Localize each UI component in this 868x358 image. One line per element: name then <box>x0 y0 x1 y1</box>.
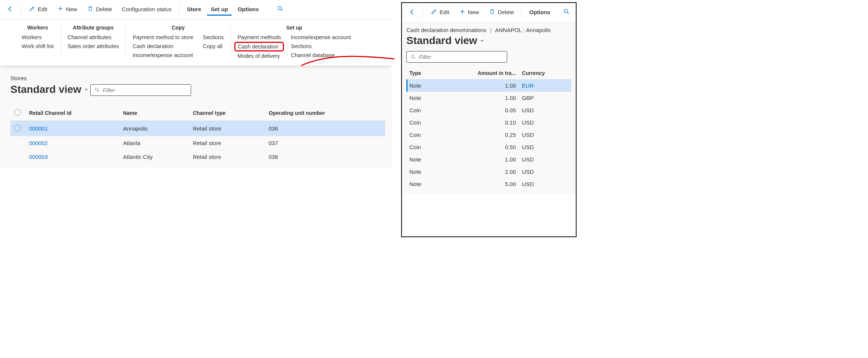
ribbon-link[interactable]: Payment method to store <box>133 34 193 40</box>
table-row[interactable]: 000003Atlantic CityRetail store038 <box>10 150 385 164</box>
table-row[interactable]: Note1.00EUR <box>406 79 571 92</box>
delete-button[interactable]: Delete <box>83 3 116 16</box>
filter-box-right[interactable] <box>406 51 507 63</box>
table-row[interactable]: 000002AtlantaRetail store037 <box>10 136 385 150</box>
back-button[interactable] <box>405 6 419 19</box>
table-row[interactable]: Coin0.50USD <box>406 141 571 153</box>
view-title-text: Standard view <box>10 84 81 95</box>
retail-channel-id-link[interactable]: 000001 <box>29 125 48 132</box>
col-operating-unit[interactable]: Operating unit number <box>265 105 385 121</box>
col-name[interactable]: Name <box>119 105 189 121</box>
edit-button[interactable]: Edit <box>427 6 453 19</box>
tab-store[interactable]: Store <box>183 4 205 16</box>
svg-point-0 <box>278 6 281 10</box>
edit-button[interactable]: Edit <box>25 3 51 16</box>
toolbar-separator <box>21 4 21 15</box>
view-title-text: Standard view <box>406 35 477 47</box>
col-currency[interactable]: Currency <box>519 67 571 79</box>
filter-input[interactable] <box>103 87 187 93</box>
cell-currency: USD <box>522 156 534 163</box>
search-icon <box>94 87 100 93</box>
cell-currency[interactable]: EUR <box>522 82 534 89</box>
ribbon-link[interactable]: Payment methods <box>237 34 281 40</box>
filter-box[interactable] <box>90 84 191 96</box>
table-row[interactable]: 000001AnnapolisRetail store036 <box>10 121 385 136</box>
ribbon-group-title: Copy <box>133 25 224 31</box>
cell-currency: USD <box>522 132 534 138</box>
row-select-radio[interactable] <box>14 125 21 131</box>
ribbon-link[interactable]: Sections <box>291 43 351 49</box>
search-button[interactable] <box>274 3 287 16</box>
stores-grid: Retail Channel Id Name Channel type Oper… <box>10 105 385 164</box>
ribbon-link[interactable]: Income/expense account <box>291 34 351 40</box>
tab-options[interactable]: Options <box>525 7 554 19</box>
ribbon-link[interactable]: Income/expense account <box>133 52 193 58</box>
cell-amount: 2.00 <box>438 166 519 178</box>
ribbon-link[interactable]: Sales order attributes <box>68 43 119 49</box>
ribbon-link[interactable]: Modes of delivery <box>237 53 281 59</box>
search-icon <box>410 54 416 60</box>
config-status-button[interactable]: Configuration status <box>118 4 175 16</box>
view-title-right[interactable]: Standard view <box>406 35 485 47</box>
svg-point-2 <box>564 9 568 13</box>
cell-type: Coin <box>406 129 438 141</box>
select-all-header[interactable] <box>10 105 25 121</box>
tab-setup[interactable]: Set up <box>207 4 232 16</box>
plus-icon <box>57 5 64 13</box>
ribbon-group-title: Attribute groups <box>68 25 119 31</box>
breadcrumb: Cash declaration denominations | ANNAPOL… <box>406 25 571 35</box>
cell-type: Coin <box>406 104 438 116</box>
col-retail-channel-id[interactable]: Retail Channel Id <box>25 105 119 121</box>
col-type[interactable]: Type <box>406 67 438 79</box>
new-button[interactable]: New <box>53 3 81 16</box>
search-button[interactable] <box>560 6 573 19</box>
cell-type: Retail store <box>189 121 265 136</box>
tab-options-label: Options <box>529 9 550 15</box>
cell-name: Atlantic City <box>119 150 189 164</box>
cell-unit: 036 <box>265 121 385 136</box>
toolbar-separator <box>423 7 423 18</box>
ribbon-link[interactable]: Channel attributes <box>68 34 119 40</box>
toolbar-separator <box>179 4 179 15</box>
cell-amount: 0.10 <box>438 116 519 129</box>
table-row[interactable]: Note5.00USD <box>406 178 571 190</box>
table-row[interactable]: Coin0.25USD <box>406 129 571 141</box>
tab-options-label: Options <box>238 6 259 12</box>
col-amount[interactable]: Amount in tra... <box>438 67 519 79</box>
cell-type: Coin <box>406 116 438 129</box>
new-button[interactable]: New <box>455 6 483 19</box>
ribbon-group: Set upPayment methodsCash declarationMod… <box>231 25 357 59</box>
stores-window: Edit New Delete Configuration status Sto… <box>0 0 392 216</box>
col-channel-type[interactable]: Channel type <box>189 105 265 121</box>
filter-input[interactable] <box>419 54 503 60</box>
cell-type: Note <box>406 166 438 178</box>
table-row[interactable]: Note1.00USD <box>406 153 571 166</box>
cell-type: Coin <box>406 141 438 153</box>
retail-channel-id-link[interactable]: 000002 <box>29 140 48 146</box>
ribbon-link[interactable]: Workers <box>22 34 54 40</box>
table-row[interactable]: Coin0.05USD <box>406 104 571 116</box>
search-icon <box>563 8 570 16</box>
view-title[interactable]: Standard view <box>10 84 89 95</box>
table-row[interactable]: Note2.00USD <box>406 166 571 178</box>
retail-channel-id-link[interactable]: 000003 <box>29 154 48 160</box>
back-button[interactable] <box>3 3 17 16</box>
delete-button[interactable]: Delete <box>485 6 518 19</box>
cash-declaration-window: Edit New Delete Options Cash declaration… <box>401 2 577 237</box>
breadcrumb-a[interactable]: Cash declaration denominations <box>406 27 486 33</box>
cell-name: Atlanta <box>119 136 189 150</box>
ribbon-link[interactable]: Work shift list <box>22 43 54 49</box>
table-row[interactable]: Coin0.10USD <box>406 116 571 129</box>
ribbon-link[interactable]: Channel database <box>291 52 351 58</box>
cell-type: Retail store <box>189 136 265 150</box>
ribbon-link[interactable]: Cash declaration <box>234 42 284 51</box>
ribbon-link[interactable]: Copy all <box>203 43 224 49</box>
new-label: New <box>468 9 479 15</box>
cell-amount: 0.05 <box>438 104 519 116</box>
tab-options[interactable]: Options <box>234 4 263 16</box>
ribbon-link[interactable]: Cash declaration <box>133 43 193 49</box>
table-row[interactable]: Note1.00GBP <box>406 92 571 104</box>
ribbon-link[interactable]: Sections <box>203 34 224 40</box>
search-icon <box>277 5 284 13</box>
pencil-icon <box>431 8 437 16</box>
